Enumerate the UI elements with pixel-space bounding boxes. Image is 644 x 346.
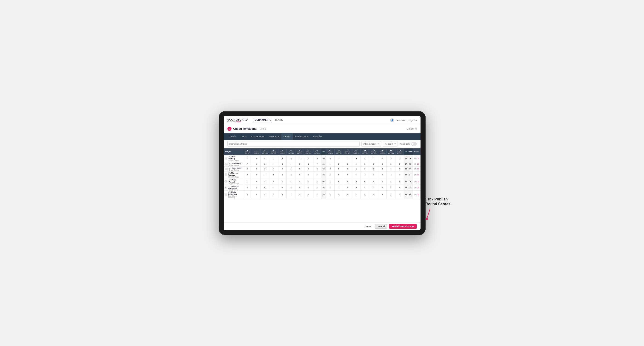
score-out-6[interactable]	[287, 185, 296, 190]
score-out-3[interactable]	[260, 167, 269, 171]
score-in-17[interactable]	[386, 162, 395, 167]
score-input[interactable]	[314, 181, 321, 183]
score-in-11[interactable]	[334, 190, 343, 199]
score-out-4[interactable]	[269, 185, 278, 190]
score-input[interactable]	[388, 181, 394, 183]
score-in-17[interactable]	[386, 185, 395, 190]
score-out-7[interactable]	[295, 155, 304, 162]
score-input[interactable]	[244, 193, 251, 196]
score-in-10[interactable]	[326, 185, 334, 190]
score-input[interactable]	[344, 168, 351, 170]
score-input[interactable]	[262, 168, 268, 170]
score-in-13[interactable]	[352, 185, 360, 190]
score-in-18[interactable]	[395, 185, 404, 190]
score-input[interactable]	[296, 168, 303, 170]
score-input[interactable]	[288, 187, 294, 189]
score-in-15[interactable]	[369, 190, 378, 199]
score-input[interactable]	[270, 157, 277, 159]
score-in-11[interactable]	[334, 162, 343, 167]
score-in-17[interactable]	[386, 155, 395, 162]
score-in-13[interactable]	[352, 171, 360, 178]
score-input[interactable]	[335, 168, 342, 170]
score-in-17[interactable]	[386, 178, 395, 185]
wd-label[interactable]: WD	[414, 158, 416, 159]
score-in-16[interactable]	[378, 162, 387, 167]
score-input[interactable]	[370, 193, 377, 196]
score-input[interactable]	[379, 187, 386, 189]
score-in-15[interactable]	[369, 171, 378, 178]
tab-teams[interactable]: Teams	[238, 133, 249, 140]
score-in-17[interactable]	[386, 167, 395, 171]
score-input[interactable]	[253, 181, 260, 183]
score-out-8[interactable]	[304, 190, 313, 199]
score-input[interactable]	[396, 187, 403, 189]
score-input[interactable]	[279, 181, 286, 183]
score-input[interactable]	[270, 181, 277, 183]
score-in-15[interactable]	[369, 178, 378, 185]
score-input[interactable]	[244, 157, 251, 159]
score-input[interactable]	[253, 187, 260, 189]
score-in-12[interactable]	[343, 171, 352, 178]
score-in-18[interactable]	[395, 178, 404, 185]
score-in-16[interactable]	[378, 185, 387, 190]
score-input[interactable]	[314, 187, 321, 189]
score-out-7[interactable]	[295, 190, 304, 199]
score-input[interactable]	[379, 168, 386, 170]
score-input[interactable]	[396, 181, 403, 183]
score-input[interactable]	[296, 174, 303, 176]
score-input[interactable]	[344, 157, 351, 159]
score-out-7[interactable]	[295, 185, 304, 190]
score-out-5[interactable]	[278, 178, 287, 185]
score-in-12[interactable]	[343, 167, 352, 171]
score-in-10[interactable]	[326, 171, 334, 178]
cancel-button[interactable]: Cancel	[363, 224, 373, 228]
score-input[interactable]	[335, 193, 342, 196]
score-in-14[interactable]	[360, 178, 369, 185]
score-input[interactable]	[314, 163, 321, 165]
score-input[interactable]	[244, 181, 251, 183]
score-input[interactable]	[296, 181, 303, 183]
score-input[interactable]	[335, 163, 342, 165]
score-input[interactable]	[353, 163, 360, 165]
score-input[interactable]	[288, 168, 294, 170]
score-out-7[interactable]	[295, 167, 304, 171]
score-out-5[interactable]	[278, 185, 287, 190]
score-in-11[interactable]	[334, 167, 343, 171]
score-input[interactable]	[262, 174, 268, 176]
tab-leaderboards[interactable]: Leaderboards	[293, 133, 310, 140]
score-input[interactable]	[279, 163, 286, 165]
score-out-4[interactable]	[269, 190, 278, 199]
score-in-15[interactable]	[369, 155, 378, 162]
dq-label[interactable]: DQ	[417, 163, 420, 165]
score-out-7[interactable]	[295, 171, 304, 178]
score-out-3[interactable]	[260, 155, 269, 162]
score-out-2[interactable]	[252, 162, 260, 167]
score-out-9[interactable]	[313, 171, 322, 178]
score-input[interactable]	[314, 174, 321, 176]
score-out-3[interactable]	[260, 178, 269, 185]
score-input[interactable]	[270, 163, 277, 165]
score-input[interactable]	[370, 163, 377, 165]
score-input[interactable]	[344, 174, 351, 176]
score-input[interactable]	[362, 193, 368, 196]
score-input[interactable]	[262, 193, 268, 196]
score-out-9[interactable]	[313, 167, 322, 171]
score-input[interactable]	[362, 157, 368, 159]
score-out-6[interactable]	[287, 178, 296, 185]
score-out-5[interactable]	[278, 190, 287, 199]
score-out-2[interactable]	[252, 178, 260, 185]
score-input[interactable]	[396, 157, 403, 159]
score-in-16[interactable]	[378, 190, 387, 199]
score-input[interactable]	[344, 163, 351, 165]
score-input[interactable]	[305, 181, 312, 183]
score-in-12[interactable]	[343, 178, 352, 185]
dq-label[interactable]: DQ	[417, 194, 420, 195]
score-input[interactable]	[362, 168, 368, 170]
score-input[interactable]	[388, 187, 394, 189]
score-input[interactable]	[370, 181, 377, 183]
score-in-13[interactable]	[352, 155, 360, 162]
tab-printables[interactable]: Printables	[310, 133, 324, 140]
score-in-15[interactable]	[369, 185, 378, 190]
score-input[interactable]	[388, 174, 394, 176]
search-input[interactable]	[228, 141, 360, 147]
